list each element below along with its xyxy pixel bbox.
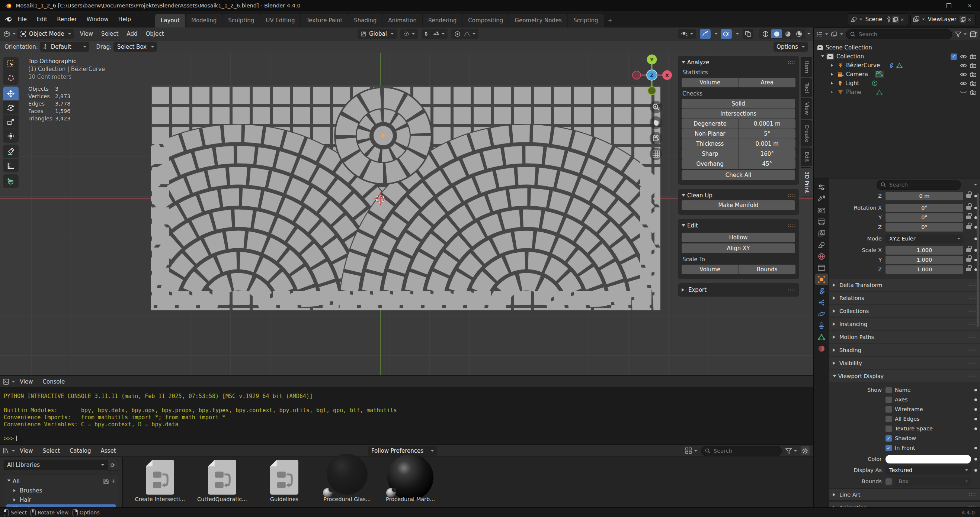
gizmos-dropdown-icon[interactable] [715,33,718,36]
properties-options-dropdown-icon[interactable] [974,184,977,187]
animate-dot[interactable] [974,427,977,430]
expand-icon[interactable] [831,64,835,67]
asset-menu-view[interactable]: View [15,446,38,456]
outliner-filter-icon[interactable] [955,32,961,37]
menu-help[interactable]: Help [113,14,136,25]
analyze-title[interactable]: Analyze [687,59,709,66]
render-camera-icon[interactable] [970,81,976,86]
pan-button[interactable] [650,116,662,129]
lock-icon[interactable] [966,258,971,262]
scale-x-field[interactable]: 1.000 [886,246,963,255]
expand-icon[interactable] [831,82,835,85]
outliner-item-beziercurve[interactable]: BézierCurve [816,61,978,70]
rotation-z-field[interactable]: 0° [886,223,963,232]
export-title[interactable]: Export [688,287,706,293]
render-camera-icon[interactable] [970,63,976,68]
tool-annotate[interactable] [3,144,19,159]
check-nonplanar-button[interactable]: Non-Planar [682,129,738,139]
new-scene-icon[interactable] [892,16,899,23]
npanel-tab-item[interactable]: Item [801,57,812,77]
outliner-item-light[interactable]: Light [816,79,978,88]
menu-edit[interactable]: Edit [32,14,52,25]
lock-icon[interactable] [966,206,971,209]
catalog-hair[interactable]: Hair [6,495,116,504]
camera-view-button[interactable] [650,132,662,144]
outliner-search[interactable] [846,29,952,40]
library-selector[interactable]: All Libraries ⟳ [4,460,118,471]
check-degenerate-button[interactable]: Degenerate [682,119,738,128]
show-all-edges-checkbox[interactable] [886,416,892,422]
shading-rendered-button[interactable] [793,29,804,38]
tab-render-icon[interactable] [815,205,828,216]
animate-dot[interactable] [974,408,977,411]
tab-geometry-nodes[interactable]: Geometry Nodes [509,14,567,27]
maximize-button[interactable] [938,0,959,11]
volume-button[interactable]: Volume [682,78,738,87]
xray-toggle[interactable] [743,29,753,39]
filter-dropdown-icon[interactable] [794,450,797,453]
asset-search-input[interactable] [713,447,763,454]
ortho-toggle-button[interactable] [650,147,662,160]
tab-layout[interactable]: Layout [155,14,185,27]
object-color-swatch[interactable] [886,455,971,463]
hidden-eye-closed-icon[interactable] [960,90,967,95]
console-menu-console[interactable]: Console [38,376,70,387]
console-editor-icon[interactable] [3,379,10,385]
tab-modeling[interactable]: Modeling [186,14,222,27]
shading-dropdown-icon[interactable] [807,33,810,36]
tab-collection-icon[interactable] [815,262,828,274]
collection-checkbox[interactable]: ✓ [951,54,957,60]
section-shading[interactable]: Shading∷∷ [829,344,980,356]
filter-icon[interactable] [786,448,792,454]
outliner-editor-dropdown-icon[interactable] [825,33,828,36]
nonplanar-value-field[interactable]: 5° [739,129,796,139]
options-dropdown[interactable]: Options [773,42,808,52]
edit-title[interactable]: Edit [687,222,698,229]
render-camera-icon[interactable] [970,54,976,59]
asset-item-cutted-quadratic[interactable]: CuttedQuadratic... [194,460,250,502]
tab-modifiers-icon[interactable] [815,285,828,297]
overhang-value-field[interactable]: 45° [739,159,796,169]
tab-compositing[interactable]: Compositing [463,14,509,27]
asset-menu-select[interactable]: Select [38,446,65,456]
hollow-button[interactable]: Hollow [682,233,795,242]
shading-wireframe-button[interactable] [760,29,771,38]
animate-dot[interactable] [974,418,977,420]
tab-viewlayer-icon[interactable] [815,227,828,239]
menu-window[interactable]: Window [82,14,113,25]
asset-item-procedural-glass[interactable]: Procedural Glas... [319,460,375,502]
overlays-dropdown-icon[interactable] [736,33,739,36]
hide-eye-icon[interactable] [960,63,967,68]
outliner-item-plane[interactable]: Plane [816,88,978,97]
tab-scripting[interactable]: Scripting [568,14,604,27]
asset-menu-catalog[interactable]: Catalog [65,446,96,456]
snap-controls[interactable] [422,29,448,39]
console-cursor[interactable] [16,436,17,441]
viewlayer-selector[interactable]: ViewLayer × [910,13,975,25]
tool-rotate[interactable] [3,101,19,114]
tab-output-icon[interactable] [815,216,828,227]
tool-move[interactable] [3,87,19,100]
check-thickness-button[interactable]: Thickness [682,139,738,149]
viewport-menu-select[interactable]: Select [97,29,123,39]
outliner-scene-collection[interactable]: Scene Collection [816,43,978,52]
show-shadow-checkbox[interactable]: ✓ [886,435,892,442]
cleanup-title[interactable]: Clean Up [687,192,713,199]
display-as-select[interactable]: Textured [886,466,971,475]
add-catalog-icon[interactable]: + [111,478,116,485]
show-in-front-checkbox[interactable]: ✓ [886,445,892,451]
export-drag-dots[interactable]: ∷∷ [788,287,795,293]
menu-file[interactable]: File [13,14,32,25]
hide-eye-icon[interactable] [960,54,967,59]
gizmos-toggle[interactable] [700,29,711,39]
outliner-item-camera[interactable]: Camera [816,70,978,79]
tab-uv-editing[interactable]: UV Editing [260,14,300,27]
transform-orientation-select[interactable]: Global [358,29,397,39]
animate-dot[interactable] [974,447,977,449]
rotation-mode-select[interactable]: XYZ Euler [886,235,963,243]
tool-select-box[interactable] [3,57,19,71]
snap-magnet-icon[interactable] [425,31,431,37]
pivot-point-select[interactable] [400,29,418,39]
show-texture-space-checkbox[interactable] [886,425,892,432]
mode-select[interactable]: Object Mode [18,29,74,39]
